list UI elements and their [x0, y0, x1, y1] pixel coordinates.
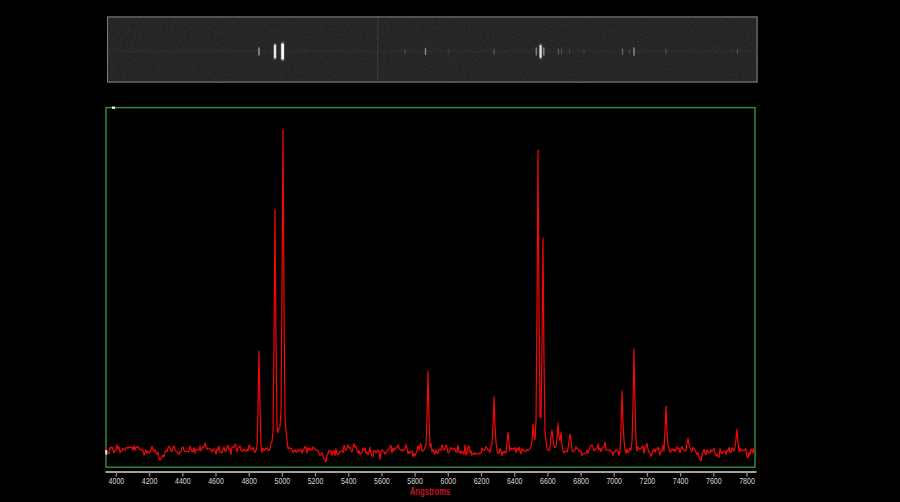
svg-text:4400: 4400 [175, 476, 191, 486]
svg-text:7600: 7600 [706, 476, 722, 486]
svg-text:Angstroms: Angstroms [410, 486, 451, 497]
svg-text:7200: 7200 [640, 476, 656, 486]
svg-text:5600: 5600 [374, 476, 390, 486]
svg-text:4800: 4800 [241, 476, 257, 486]
svg-text:4200: 4200 [142, 476, 158, 486]
svg-text:5000: 5000 [275, 476, 291, 486]
svg-text:5400: 5400 [341, 476, 357, 486]
svg-text:5200: 5200 [308, 476, 324, 486]
svg-text:6200: 6200 [474, 476, 490, 486]
svg-text:4600: 4600 [208, 476, 224, 486]
svg-text:4000: 4000 [109, 476, 125, 486]
svg-text:6800: 6800 [573, 476, 589, 486]
svg-text:7400: 7400 [673, 476, 689, 486]
svg-text:6600: 6600 [540, 476, 556, 486]
svg-text:7800: 7800 [739, 476, 755, 486]
svg-text:7000: 7000 [606, 476, 622, 486]
svg-text:6400: 6400 [507, 476, 523, 486]
